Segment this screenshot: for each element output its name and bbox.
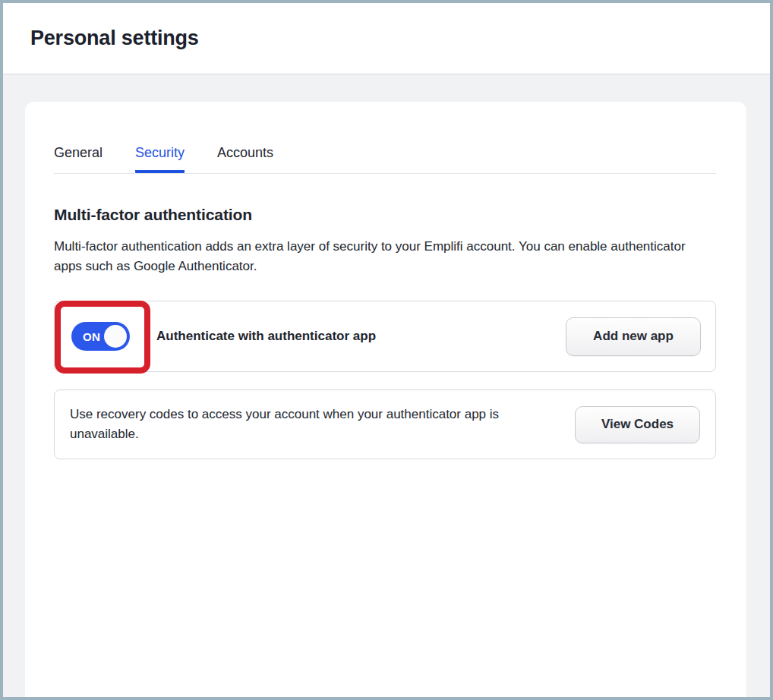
settings-tab-bar: General Security Accounts [54, 102, 716, 174]
tab-general[interactable]: General [54, 143, 103, 173]
recovery-codes-text: Use recovery codes to access your accoun… [70, 405, 510, 444]
toggle-on-label: ON [83, 330, 100, 343]
page-title: Personal settings [30, 27, 199, 50]
recovery-codes-row: Use recovery codes to access your accoun… [54, 389, 716, 459]
view-codes-button[interactable]: View Codes [575, 406, 700, 443]
authenticator-app-row: ON Authenticate with authenticator app A… [54, 301, 716, 372]
mfa-section-description: Multi-factor authentication adds an extr… [54, 237, 708, 276]
authenticator-row-label: Authenticate with authenticator app [156, 329, 376, 344]
tab-accounts[interactable]: Accounts [217, 143, 273, 173]
authenticator-toggle[interactable]: ON [71, 322, 130, 351]
tab-security[interactable]: Security [135, 143, 185, 173]
add-new-app-button[interactable]: Add new app [566, 317, 701, 356]
page-header: Personal settings [3, 3, 770, 74]
settings-card: General Security Accounts Multi-factor a… [25, 102, 746, 697]
personal-settings-page: { "header": { "title": "Personal setting… [0, 0, 773, 700]
toggle-knob [104, 325, 127, 348]
mfa-section-heading: Multi-factor authentication [54, 204, 716, 225]
